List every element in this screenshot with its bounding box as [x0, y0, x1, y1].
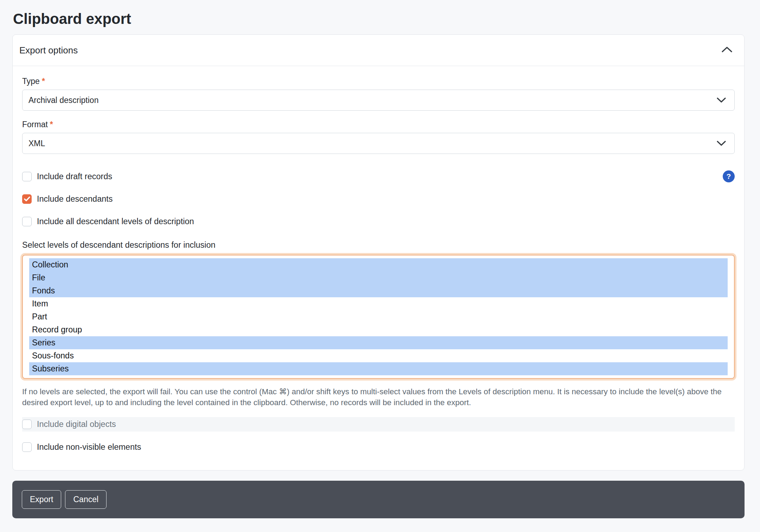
include-digital-objects-row: Include digital objects [22, 417, 735, 432]
include-draft-records-checkbox[interactable] [22, 172, 32, 181]
format-select[interactable]: XML [22, 133, 735, 154]
type-select[interactable]: Archival description [22, 90, 735, 111]
level-option[interactable]: Record group [29, 323, 728, 336]
export-options-title: Export options [19, 45, 78, 56]
export-options-panel: Export options Type* Archival descriptio… [12, 34, 745, 471]
include-all-descendant-levels-row: Include all descendant levels of descrip… [22, 215, 735, 228]
export-options-header[interactable]: Export options [13, 35, 744, 66]
include-digital-objects-checkbox[interactable] [22, 420, 32, 429]
level-option[interactable]: Item [29, 297, 728, 310]
level-option[interactable]: Subseries [29, 362, 728, 375]
level-option[interactable]: Series [29, 336, 728, 349]
include-non-visible-elements-checkbox[interactable] [22, 442, 32, 452]
include-all-descendant-levels-checkbox[interactable] [22, 217, 32, 226]
page-title: Clipboard export [13, 11, 745, 27]
type-label-text: Type [22, 77, 40, 86]
level-option[interactable]: File [29, 271, 728, 284]
export-button[interactable]: Export [22, 490, 61, 509]
include-descendants-label: Include descendants [37, 194, 113, 204]
help-icon[interactable]: ? [723, 170, 735, 182]
chevron-up-icon[interactable] [722, 46, 732, 54]
include-draft-records-label: Include draft records [37, 172, 112, 181]
level-option[interactable]: Sous-fonds [29, 349, 728, 362]
include-descendants-checkbox[interactable] [22, 194, 32, 204]
levels-listbox[interactable]: CollectionFileFondsItemPartRecord groupS… [22, 255, 735, 379]
include-all-descendant-levels-label: Include all descendant levels of descrip… [37, 217, 194, 226]
level-option[interactable]: Part [29, 310, 728, 323]
include-descendants-row: Include descendants [22, 193, 735, 205]
chevron-down-icon [717, 96, 726, 105]
include-digital-objects-label: Include digital objects [37, 420, 116, 429]
type-select-value: Archival description [28, 96, 98, 105]
format-label-text: Format [22, 120, 48, 129]
include-non-visible-elements-label: Include non-visible elements [37, 442, 141, 452]
include-non-visible-elements-row: Include non-visible elements [22, 441, 735, 453]
required-asterisk: * [50, 120, 53, 129]
export-options-body: Type* Archival description Format* XML [13, 66, 744, 470]
include-draft-records-row: Include draft records ? [22, 170, 735, 183]
level-option[interactable]: Collection [29, 258, 728, 271]
action-bar: Export Cancel [12, 481, 745, 518]
levels-help-text: If no levels are selected, the export wi… [22, 386, 735, 408]
format-select-value: XML [28, 139, 45, 148]
chevron-down-icon [717, 139, 726, 148]
level-option[interactable]: Fonds [29, 284, 728, 297]
type-label: Type* [22, 77, 735, 86]
required-asterisk: * [42, 77, 45, 86]
format-label: Format* [22, 120, 735, 129]
cancel-button[interactable]: Cancel [65, 490, 107, 509]
levels-select-label: Select levels of descendant descriptions… [22, 240, 735, 250]
clipboard-export-page: Clipboard export Export options Type* Ar… [0, 0, 760, 532]
